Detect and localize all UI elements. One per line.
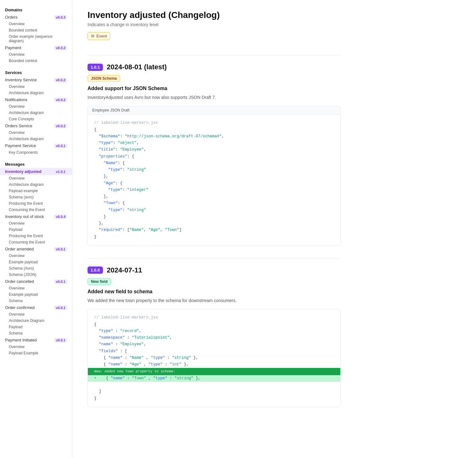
code-line: "$schema": "http://json-schema.org/draft… — [94, 134, 224, 139]
code-line: }, — [94, 174, 108, 179]
change-desc-101: InventoryAdjusted uses Avro but now also… — [88, 94, 341, 101]
sidebar-item-orders-label: Orders — [5, 15, 18, 20]
sidebar-sub-amended-overview[interactable]: Overview — [0, 253, 72, 259]
sidebar-item-order-confirmed[interactable]: Order confirmed v0.0.1 — [0, 304, 72, 311]
sidebar-sub-payservice-key[interactable]: Key Components — [0, 149, 72, 156]
sidebar-item-notifications[interactable]: Notifications v0.0.2 — [0, 96, 72, 103]
sidebar-item-inventory-out[interactable]: Inventory out of stock v0.0.4 — [0, 213, 72, 220]
sidebar-sub-invadj-consuming[interactable]: Consuming the Event — [0, 207, 72, 213]
sidebar-sub-invout-payload[interactable]: Payload — [0, 226, 72, 233]
code-line: "namespace" : "Tutorialspoint", — [94, 335, 172, 340]
version-section-101: 1.0.1 2024-08-01 (latest) JSON Schema Ad… — [88, 63, 341, 246]
sidebar-sub-amended-schema-json[interactable]: Schema (JSON) — [0, 272, 72, 278]
sidebar-item-orders-badge: v0.0.3 — [54, 15, 67, 20]
sidebar-item-order-cancelled-badge: v0.0.1 — [54, 279, 67, 284]
divider-2 — [88, 258, 341, 259]
sidebar-sub-payment-overview[interactable]: Overview — [0, 51, 72, 58]
sidebar-item-orders[interactable]: Orders v0.0.3 — [0, 14, 72, 21]
sidebar-sub-invout-producing[interactable]: Producing the Event — [0, 233, 72, 239]
version-date-101: 2024-08-01 (latest) — [107, 63, 167, 71]
code-block-100: // labeled-line-markers.jsx { "type" : "… — [88, 309, 340, 407]
code-line: { — [94, 128, 97, 132]
code-highlight-line: + { "name" : "Town" , "type" : "string" … — [88, 375, 340, 382]
sidebar-item-inventory-adjusted[interactable]: Inventory adjusted v1.0.1 — [0, 168, 72, 175]
sidebar-sub-payinit-overview[interactable]: Overview — [0, 344, 72, 350]
sidebar-item-payment[interactable]: Payment v0.0.2 — [0, 44, 72, 51]
sidebar-item-payment-service-badge: v0.0.1 — [54, 144, 67, 148]
main-content: Inventory adjusted (Changelog) Indicates… — [72, 0, 356, 458]
event-badge-label: Event — [96, 34, 107, 38]
sidebar-item-order-cancelled[interactable]: Order cancelled v0.0.1 — [0, 278, 72, 285]
sidebar-sub-notif-arch[interactable]: Architecture diagram — [0, 110, 72, 116]
sidebar-sub-invservice-overview[interactable]: Overview — [0, 83, 72, 90]
version-badge-100: 1.0.0 — [88, 266, 103, 274]
sidebar: Domains Orders v0.0.3 Overview Bounded c… — [0, 0, 72, 458]
sidebar-item-inventory-adjusted-badge: v1.0.1 — [54, 169, 67, 174]
sidebar-item-inventory-service[interactable]: Inventory Service v0.0.2 — [0, 76, 72, 83]
sidebar-sub-ordservice-arch[interactable]: Architecture diagram — [0, 136, 72, 142]
version-section-100: 1.0.0 2024-07-11 New field Added new fie… — [88, 266, 341, 407]
code-line: { — [94, 322, 97, 327]
sidebar-sub-invadj-overview[interactable]: Overview — [0, 175, 72, 181]
version-badge-101: 1.0.1 — [88, 64, 103, 71]
sidebar-sub-amended-payload[interactable]: Example payload — [0, 259, 72, 265]
sidebar-sub-cancelled-payload[interactable]: Example payload — [0, 291, 72, 298]
sidebar-sub-confirmed-overview[interactable]: Overview — [0, 311, 72, 318]
page-title: Inventory adjusted (Changelog) — [88, 10, 341, 20]
tag-json-schema: JSON Schema — [88, 75, 120, 82]
code-tab-101[interactable]: Employee JSON Draft — [88, 106, 340, 115]
sidebar-sub-orders-bounded[interactable]: Bounded context — [0, 27, 72, 33]
sidebar-item-payment-initiated[interactable]: Payment Initiated v0.0.1 — [0, 336, 72, 344]
sidebar-sub-orders-sequence[interactable]: Order example (sequence diagram) — [0, 33, 72, 44]
sidebar-item-notifications-badge: v0.0.2 — [54, 98, 67, 102]
code-line: { "name" : "Age" , "type" : "int" }, — [94, 362, 189, 367]
domains-section-title: Domains — [0, 5, 72, 14]
code-line: } — [94, 396, 97, 401]
sidebar-sub-cancelled-overview[interactable]: Overview — [0, 285, 72, 291]
version-header-101: 1.0.1 2024-08-01 (latest) — [88, 63, 341, 71]
services-section-title: Services — [0, 68, 72, 76]
sidebar-sub-confirmed-arch[interactable]: Architecture Diagram — [0, 318, 72, 324]
sidebar-sub-invout-overview[interactable]: Overview — [0, 220, 72, 226]
sidebar-item-inventory-out-label: Inventory out of stock — [5, 214, 44, 219]
sidebar-item-inventory-adjusted-label: Inventory adjusted — [5, 169, 42, 174]
sidebar-item-payment-service[interactable]: Payment Service v0.0.1 — [0, 142, 72, 149]
sidebar-sub-confirmed-payload[interactable]: Payload — [0, 324, 72, 330]
code-line: "fields" : [ — [94, 349, 127, 353]
sidebar-sub-invadj-producing[interactable]: Producing the Event — [0, 200, 72, 207]
sidebar-sub-notif-core[interactable]: Core Concepts — [0, 116, 72, 122]
sidebar-item-notifications-label: Notifications — [5, 97, 27, 102]
code-line: } — [94, 235, 97, 239]
divider-1 — [88, 55, 341, 55]
sidebar-sub-payment-bounded[interactable]: Bounded context — [0, 58, 72, 64]
envelope-icon: ✉ — [91, 34, 94, 38]
sidebar-item-orders-service[interactable]: Orders Service v0.0.2 — [0, 122, 72, 129]
sidebar-item-inventory-service-label: Inventory Service — [5, 77, 37, 82]
sidebar-sub-cancelled-schema[interactable]: Schema — [0, 298, 72, 304]
code-line: "Town": { — [94, 201, 125, 205]
sidebar-item-orders-service-badge: v0.0.2 — [54, 124, 67, 128]
sidebar-sub-orders-overview[interactable]: Overview — [0, 21, 72, 27]
code-container-101: Employee JSON Draft // labeled-line-mark… — [88, 106, 341, 246]
sidebar-sub-payinit-payload[interactable]: Payload Example — [0, 350, 72, 356]
code-block-101: // labeled-line-markers.jsx { "$schema":… — [88, 115, 340, 245]
sidebar-sub-invadj-schema[interactable]: Schema (avro) — [0, 194, 72, 200]
code-line: "title": "Employee", — [94, 147, 146, 152]
sidebar-sub-invout-consuming[interactable]: Consuming the Event — [0, 239, 72, 245]
sidebar-item-payment-badge: v0.0.2 — [54, 46, 67, 50]
sidebar-sub-notif-overview[interactable]: Overview — [0, 103, 72, 110]
sidebar-sub-invservice-arch[interactable]: Architecture diagram — [0, 90, 72, 96]
sidebar-item-order-confirmed-label: Order confirmed — [5, 305, 35, 310]
sidebar-sub-invadj-arch[interactable]: Architecture diagram — [0, 181, 72, 188]
code-line: "type" : "record", — [94, 329, 141, 333]
sidebar-sub-amended-schema-avro[interactable]: Schema (Avro) — [0, 265, 72, 272]
sidebar-item-payment-initiated-label: Payment Initiated — [5, 338, 37, 342]
code-line: }, — [94, 194, 108, 199]
sidebar-item-orders-service-label: Orders Service — [5, 123, 32, 128]
sidebar-item-order-amended[interactable]: Order amended v0.0.1 — [0, 245, 72, 253]
sidebar-sub-confirmed-schema[interactable]: Schema — [0, 330, 72, 336]
sidebar-sub-invadj-payload[interactable]: Payload example — [0, 188, 72, 194]
version-date-100: 2024-07-11 — [107, 266, 142, 274]
sidebar-item-inventory-service-badge: v0.0.2 — [54, 78, 67, 82]
sidebar-sub-ordservice-overview[interactable]: Overview — [0, 129, 72, 136]
